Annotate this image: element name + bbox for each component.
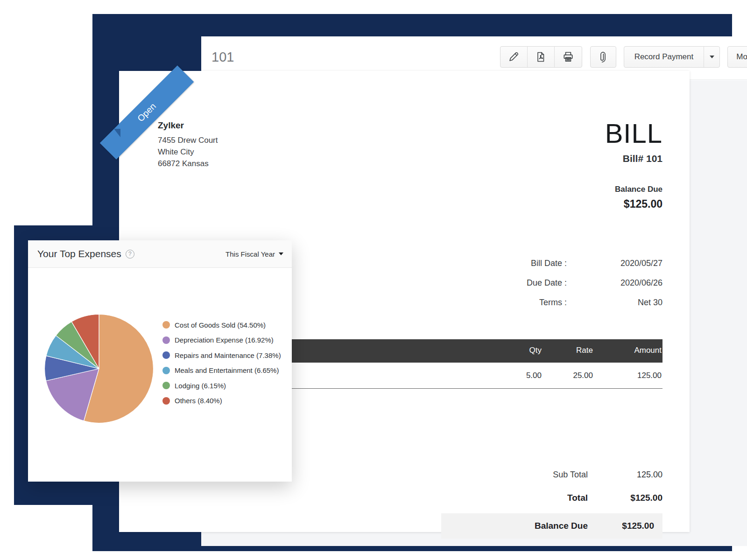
bill-date-row: Bill Date : 2020/05/27 (473, 259, 662, 268)
subtotal-value: 125.00 (588, 470, 662, 480)
legend-label: Lodging (6.15%) (175, 382, 226, 390)
widget-header: Your Top Expenses ? This Fiscal Year (28, 240, 292, 268)
record-payment-button[interactable]: Record Payment (624, 47, 704, 67)
vendor-address-block: Zylker 7455 Drew Court White City 66872 … (158, 120, 218, 169)
due-date-label: Due Date : (473, 278, 567, 288)
due-date-row: Due Date : 2020/06/26 (473, 278, 662, 288)
top-expenses-widget: Your Top Expenses ? This Fiscal Year Cos… (28, 240, 292, 482)
legend-item: Lodging (6.15%) (162, 378, 281, 393)
pencil-icon (508, 51, 519, 63)
subtotal-row: Sub Total 125.00 (441, 463, 662, 486)
status-ribbon-label: Open (135, 101, 158, 124)
paperclip-icon (598, 51, 609, 63)
print-button[interactable] (555, 47, 582, 67)
bill-date-value: 2020/05/27 (567, 259, 662, 268)
record-payment-split-button: Record Payment (624, 46, 720, 68)
legend-dot-icon (162, 351, 170, 359)
vendor-address-line: White City (158, 146, 218, 158)
legend-label: Repairs and Maintenance (7.38%) (175, 351, 281, 359)
legend-label: Cost of Goods Sold (54.50%) (175, 321, 266, 329)
column-header-amount: Amount (601, 346, 662, 355)
total-row: Total $125.00 (441, 486, 662, 510)
balance-due-row-label: Balance Due (448, 521, 588, 531)
legend-item: Repairs and Maintenance (7.38%) (162, 348, 281, 363)
balance-due-row: Balance Due $125.00 (441, 513, 662, 539)
bill-title: BILL (605, 119, 662, 147)
widget-title: Your Top Expenses (37, 248, 121, 259)
cell-amount: 125.00 (601, 371, 662, 380)
printer-icon (562, 51, 574, 63)
bill-date-label: Bill Date : (473, 259, 567, 268)
vendor-name: Zylker (158, 120, 218, 131)
page-title-doc-number: 101 (211, 49, 234, 65)
column-header-rate: Rate (546, 346, 593, 355)
cell-qty: 5.00 (486, 371, 542, 380)
more-button-label: More (736, 52, 747, 62)
attach-file-button[interactable] (590, 46, 616, 68)
balance-due-label: Balance Due (605, 185, 662, 194)
legend-dot-icon (162, 367, 170, 374)
chevron-down-icon (279, 252, 283, 255)
record-payment-dropdown-button[interactable] (704, 47, 719, 67)
subtotal-label: Sub Total (448, 470, 588, 480)
legend-dot-icon (162, 321, 170, 329)
legend-dot-icon (162, 397, 170, 405)
terms-row: Terms : Net 30 (473, 298, 662, 308)
pdf-button[interactable] (528, 47, 555, 67)
total-label: Total (448, 493, 588, 503)
total-value: $125.00 (588, 493, 662, 503)
toolbar: Record Payment More (500, 46, 747, 68)
balance-due-row-value: $125.00 (588, 521, 662, 531)
pie-legend: Cost of Goods Sold (54.50%)Depreciation … (162, 317, 281, 408)
cell-rate: 25.00 (546, 371, 593, 380)
chevron-down-icon (710, 56, 714, 58)
period-selector[interactable]: This Fiscal Year (226, 250, 283, 258)
legend-item: Depreciation Expense (16.92%) (162, 333, 281, 348)
terms-value: Net 30 (567, 298, 662, 308)
due-date-value: 2020/06/26 (567, 278, 662, 288)
terms-label: Terms : (473, 298, 567, 308)
legend-dot-icon (162, 382, 170, 389)
pdf-file-icon (535, 51, 546, 63)
period-selector-label: This Fiscal Year (226, 250, 275, 258)
legend-label: Others (8.40%) (175, 397, 222, 405)
column-header-qty: Qty (486, 346, 542, 355)
balance-due-value: $125.00 (605, 198, 662, 210)
vendor-address-line: 7455 Drew Court (158, 134, 218, 146)
bill-meta-block: Bill Date : 2020/05/27 Due Date : 2020/0… (473, 259, 662, 317)
legend-item: Cost of Goods Sold (54.50%) (162, 317, 281, 333)
edit-button[interactable] (500, 47, 528, 67)
legend-dot-icon (162, 336, 170, 344)
totals-block: Sub Total 125.00 Total $125.00 Balance D… (441, 463, 662, 539)
status-ribbon-fold (114, 129, 120, 137)
more-button[interactable]: More (727, 46, 747, 68)
legend-item: Meals and Entertainment (6.65%) (162, 363, 281, 378)
expenses-pie-chart (44, 314, 154, 424)
legend-item: Others (8.40%) (162, 393, 281, 409)
bill-number: Bill# 101 (605, 153, 662, 164)
toolbar-icon-group (500, 46, 582, 68)
legend-label: Depreciation Expense (16.92%) (175, 336, 274, 344)
page: 101 (0, 0, 747, 560)
legend-label: Meals and Entertainment (6.65%) (175, 366, 279, 374)
vendor-address-line: 66872 Kansas (158, 158, 218, 169)
help-icon[interactable]: ? (126, 250, 134, 259)
bill-header-block: BILL Bill# 101 Balance Due $125.00 (605, 119, 662, 210)
